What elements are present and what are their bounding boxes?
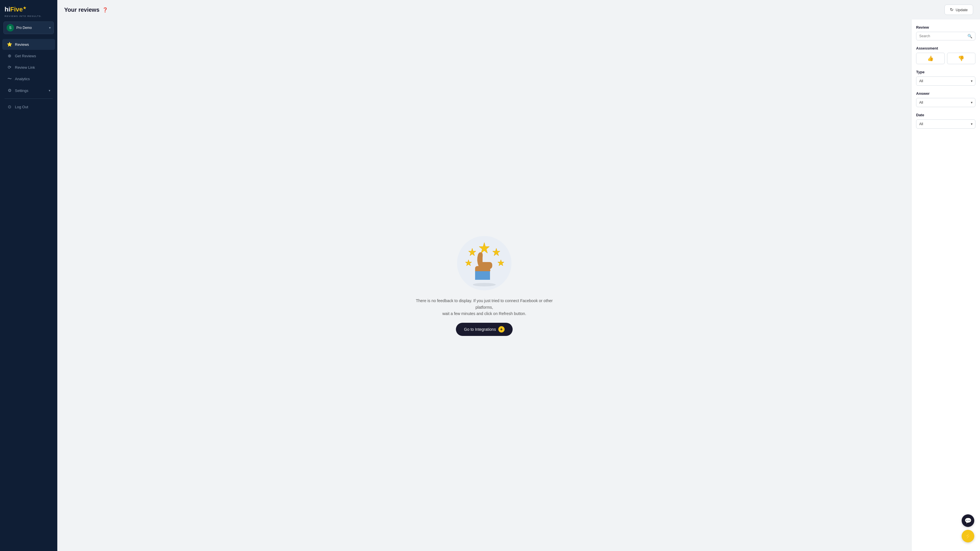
settings-icon: ⚙ [7, 88, 12, 93]
logo-text: hiFive★ [5, 6, 26, 13]
lightning-icon: ⚡ [964, 533, 972, 540]
refresh-icon: ↻ [950, 7, 954, 12]
reviews-icon: ⭐ [7, 42, 12, 47]
chevron-down-icon: ▾ [49, 26, 51, 30]
sidebar-item-log-out[interactable]: ⊙ Log Out [2, 102, 55, 112]
review-link-icon: ⟳ [7, 65, 12, 70]
type-select-wrapper: All Positive Negative [916, 76, 975, 86]
page-title: Your reviews [64, 6, 99, 13]
answer-section: Answer All Answered Unanswered [916, 91, 975, 107]
date-section: Date All Last 7 days Last 30 days Last 9… [916, 113, 975, 129]
thumbs-up-icon: 👍 [927, 55, 934, 62]
empty-state: There is no feedback to display. If you … [415, 235, 553, 336]
type-select[interactable]: All Positive Negative [916, 76, 975, 86]
plus-icon: + [498, 326, 504, 332]
integrations-label: Go to Integrations [464, 327, 496, 332]
floating-buttons: 💬 ⚡ [962, 514, 974, 542]
get-reviews-icon: ⊕ [7, 53, 12, 59]
account-name: Pro Demo [16, 26, 32, 30]
sidebar-item-label: Analytics [15, 77, 51, 81]
answer-select[interactable]: All Answered Unanswered [916, 98, 975, 107]
header-left: Your reviews ❓ [64, 6, 108, 13]
sidebar-item-analytics[interactable]: 〜 Analytics [2, 73, 55, 84]
sidebar-item-label: Review Link [15, 65, 51, 70]
account-selector[interactable]: S Pro Demo ▾ [3, 21, 54, 34]
main-content: Your reviews ❓ ↻ Update [57, 0, 980, 551]
log-out-icon: ⊙ [7, 104, 12, 110]
go-to-integrations-button[interactable]: Go to Integrations + [456, 323, 512, 336]
chevron-down-icon: ▾ [49, 89, 51, 92]
thumbs-down-icon: 👎 [958, 55, 964, 62]
sidebar-item-get-reviews[interactable]: ⊕ Get Reviews [2, 51, 55, 61]
empty-state-message: There is no feedback to display. If you … [415, 297, 553, 317]
right-panel: Review 🔍 Assessment 👍 👎 [911, 19, 980, 551]
search-box: 🔍 [916, 32, 975, 40]
account-left: S Pro Demo [6, 24, 32, 32]
header: Your reviews ❓ ↻ Update [57, 0, 980, 19]
content-area: There is no feedback to display. If you … [57, 19, 980, 551]
type-section-title: Type [916, 70, 975, 74]
assessment-buttons: 👍 👎 [916, 53, 975, 64]
sidebar-item-label: Settings [15, 89, 46, 93]
assessment-section: Assessment 👍 👎 [916, 46, 975, 64]
quick-action-button[interactable]: ⚡ [962, 530, 974, 542]
logo-tagline: REVIEWS INTO RESULTS. [0, 15, 57, 17]
svg-point-1 [473, 283, 496, 286]
sidebar: hiFive★ REVIEWS INTO RESULTS. S Pro Demo… [0, 0, 57, 551]
date-select-wrapper: All Last 7 days Last 30 days Last 90 day… [916, 119, 975, 129]
thumbs-up-button[interactable]: 👍 [916, 53, 945, 64]
assessment-section-title: Assessment [916, 46, 975, 51]
sidebar-item-label: Log Out [15, 105, 51, 109]
analytics-icon: 〜 [7, 76, 12, 82]
type-section: Type All Positive Negative [916, 70, 975, 86]
sidebar-item-label: Reviews [15, 42, 51, 47]
thumbs-down-button[interactable]: 👎 [947, 53, 976, 64]
search-input[interactable] [919, 34, 966, 38]
search-icon: 🔍 [967, 34, 972, 38]
chat-support-button[interactable]: 💬 [962, 514, 974, 527]
sidebar-divider [5, 98, 53, 99]
date-section-title: Date [916, 113, 975, 117]
sidebar-item-label: Get Reviews [15, 54, 51, 58]
review-search-section: Review 🔍 [916, 25, 975, 40]
update-label: Update [956, 8, 968, 12]
help-icon[interactable]: ❓ [102, 7, 108, 13]
empty-state-illustration [456, 235, 513, 292]
sidebar-item-review-link[interactable]: ⟳ Review Link [2, 62, 55, 73]
date-select[interactable]: All Last 7 days Last 30 days Last 90 day… [916, 119, 975, 129]
answer-section-title: Answer [916, 91, 975, 96]
sidebar-item-settings[interactable]: ⚙ Settings ▾ [2, 85, 55, 96]
update-button[interactable]: ↻ Update [945, 5, 973, 15]
avatar: S [6, 24, 14, 32]
reviews-area: There is no feedback to display. If you … [57, 19, 911, 551]
answer-select-wrapper: All Answered Unanswered [916, 98, 975, 107]
sidebar-item-reviews[interactable]: ⭐ Reviews [2, 39, 55, 50]
review-section-title: Review [916, 25, 975, 30]
chat-icon: 💬 [964, 517, 972, 524]
svg-rect-3 [475, 271, 490, 280]
